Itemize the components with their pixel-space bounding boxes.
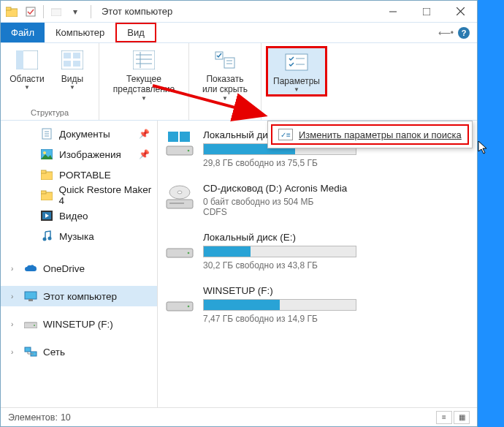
minimize-button[interactable] [376,1,410,23]
svg-point-61 [188,252,190,254]
tab-view[interactable]: Вид [115,23,156,42]
sidebar-item-quickrestore[interactable]: Quick Restore Maker 4 [1,185,157,205]
sidebar-item-label: WINSETUP (F:) [43,319,113,330]
properties-icon[interactable] [23,4,39,20]
sidebar-item-pictures[interactable]: Изображения 📌 [1,144,157,165]
drive-item-f[interactable]: WINSETUP (F:) 7,47 ГБ свободно из 14,9 Г… [164,285,471,324]
chevron-down-icon: ▼ [69,84,75,91]
drive-item-e[interactable]: Локальный диск (E:) 30,2 ГБ свободно из … [164,232,471,271]
current-view-icon [131,48,156,72]
svg-rect-43 [25,292,37,299]
cursor-icon [478,140,489,155]
sidebar-item-music[interactable]: Музыка [1,226,157,246]
sidebar-item-label: Сеть [43,347,65,358]
show-hide-label: Показать или скрыть [202,74,248,95]
svg-rect-9 [16,50,23,69]
svg-rect-45 [24,322,37,328]
sidebar-item-thispc[interactable]: › Этот компьютер [1,286,157,306]
navigation-pane: Документы 📌 Изображения 📌 PORTABLE Quick… [1,121,158,407]
pin-icon: 📌 [139,149,150,159]
sidebar-item-label: Этот компьютер [43,291,117,302]
svg-rect-21 [224,58,234,68]
onedrive-icon [24,262,37,275]
titlebar: ▾ Этот компьютер [1,1,477,23]
details-view-button[interactable]: ≡ [436,411,452,424]
close-button[interactable] [443,1,477,23]
svg-rect-35 [41,170,46,173]
expand-icon[interactable]: › [11,292,13,301]
sidebar-item-portable[interactable]: PORTABLE [1,165,157,185]
tab-computer[interactable]: Компьютер [45,23,115,42]
folder-icon [40,189,53,202]
qat-divider [43,5,44,18]
svg-point-46 [34,325,35,326]
layout-label: Виды [61,74,83,84]
svg-rect-15 [133,50,155,69]
drive-hdd-icon [164,285,196,313]
ribbon-group-options: Параметры ▼ [261,43,332,120]
svg-rect-24 [286,54,308,70]
tab-file[interactable]: Файл [1,23,45,42]
sidebar-item-label: Quick Restore Maker 4 [59,184,157,206]
drive-free-text: 29,8 ГБ свободно из 75,5 ГБ [203,158,471,168]
layout-button[interactable]: Виды ▼ [50,46,94,92]
ribbon-help-area: ⟵• ? [438,23,477,42]
svg-rect-11 [64,53,71,58]
drive-item-d[interactable]: CD-дисковод (D:) Acronis Media 0 байт св… [164,183,471,217]
chevron-down-icon: ▼ [294,86,299,93]
change-folder-options-item[interactable]: ✓≡ Изменить параметры папок и поиска [271,124,469,145]
drive-free-text: 0 байт свободно из 504 МБ [203,197,471,207]
help-icon[interactable]: ? [458,27,470,39]
options-button[interactable]: Параметры ▼ [266,46,327,97]
expand-icon[interactable]: › [11,265,13,273]
ribbon-group-currentview: Текущее представление ▼ [99,43,189,120]
current-view-button[interactable]: Текущее представление ▼ [104,46,184,103]
svg-rect-14 [73,61,80,67]
drive-icon [24,317,37,330]
svg-rect-52 [180,132,190,142]
sidebar-item-video[interactable]: Видео [1,205,157,226]
new-folder-icon[interactable] [48,4,64,20]
divider [91,5,91,18]
video-icon [40,209,53,222]
icons-view-button[interactable]: ▦ [454,411,470,424]
drive-free-text: 7,47 ГБ свободно из 14,9 ГБ [203,314,471,324]
statusbar: Элементов: 10 ≡ ▦ [1,407,477,426]
maximize-button[interactable] [410,1,443,23]
sidebar-item-onedrive[interactable]: › OneDrive [1,258,157,279]
drive-usage-bar [203,246,356,257]
app-icon [4,4,20,20]
options-icon [284,50,309,75]
folder-options-icon: ✓≡ [278,129,293,140]
qat-dropdown-icon[interactable]: ▾ [67,4,83,20]
current-view-label: Текущее представление [113,74,175,95]
ribbon-group-panes: Области ▼ Виды ▼ Структура [1,43,99,120]
ribbon-group-label-showhide [224,107,226,120]
drive-cd-icon [164,183,196,211]
pictures-icon [40,148,53,161]
sidebar-item-winsetup[interactable]: › WINSETUP (F:) [1,314,157,334]
sidebar-item-documents[interactable]: Документы 📌 [1,124,157,144]
sidebar-item-network[interactable]: › Сеть [1,341,157,362]
svg-rect-12 [73,53,80,58]
network-icon [24,345,37,358]
expand-icon[interactable]: › [11,348,13,356]
sidebar-item-label: PORTABLE [59,170,111,181]
status-count-value: 10 [61,412,71,423]
svg-point-57 [177,191,182,194]
show-hide-button[interactable]: Показать или скрыть ▼ [194,46,256,103]
svg-rect-13 [64,61,71,67]
svg-rect-47 [25,347,31,352]
sidebar-item-label: Видео [59,211,88,222]
svg-rect-3 [51,9,61,16]
navigation-pane-button[interactable]: Области ▼ [5,46,49,92]
ribbon: Области ▼ Виды ▼ Структура [1,43,477,121]
sidebar-item-label: Музыка [59,231,94,242]
ribbon-group-showhide: Показать или скрыть ▼ [189,43,261,120]
expand-icon[interactable]: › [11,320,13,328]
svg-point-33 [43,151,46,154]
pin-icon: 📌 [139,129,150,139]
navigation-pane-icon [15,48,39,72]
drive-name: WINSETUP (F:) [203,285,471,296]
pin-ribbon-icon[interactable]: ⟵• [438,28,454,38]
